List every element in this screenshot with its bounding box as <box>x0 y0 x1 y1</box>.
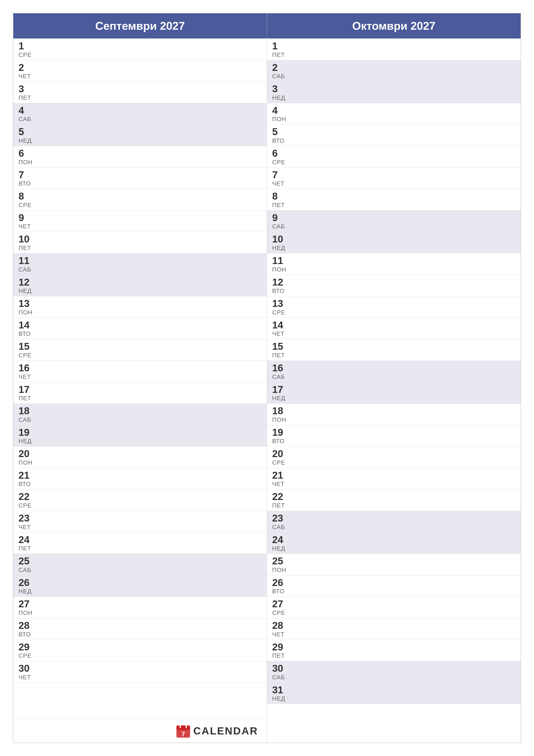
day-row: 31НЕД <box>267 683 521 704</box>
day-name: НЕД <box>272 695 516 702</box>
day-row: 4САБ <box>13 103 267 125</box>
day-number: 26 <box>18 577 262 588</box>
day-number: 24 <box>272 534 516 545</box>
day-name: СРЕ <box>18 652 262 659</box>
day-number: 25 <box>18 555 262 567</box>
day-name: ВТО <box>272 287 516 294</box>
day-row: 22СРЕ <box>13 489 267 511</box>
day-name: САБ <box>18 417 262 423</box>
day-name: ПЕТ <box>272 202 516 209</box>
day-name: СРЕ <box>272 609 516 616</box>
day-name: НЕД <box>18 588 262 595</box>
day-name: САБ <box>272 223 516 230</box>
day-row: 12ВТО <box>267 275 521 297</box>
day-row: 4ПОН <box>267 103 521 125</box>
calendar-icon: 7 <box>176 723 191 738</box>
day-number: 17 <box>18 384 262 395</box>
day-name: ПЕТ <box>272 51 516 58</box>
day-row: 1СРЕ <box>13 39 267 60</box>
day-row: 21ВТО <box>13 468 267 490</box>
day-number: 7 <box>272 169 516 180</box>
day-number: 22 <box>272 491 516 502</box>
day-number: 10 <box>272 233 516 245</box>
day-number: 31 <box>272 685 516 695</box>
day-name: ЧЕТ <box>272 330 516 337</box>
day-number: 20 <box>18 448 262 459</box>
day-row: 17ПЕТ <box>13 382 267 404</box>
day-name: ПЕТ <box>272 652 516 659</box>
day-name: ПЕТ <box>18 94 262 101</box>
day-number: 24 <box>18 534 262 545</box>
day-name: ВТО <box>272 438 516 445</box>
day-name: СРЕ <box>18 202 262 209</box>
day-name: САБ <box>272 373 516 380</box>
day-name: ПОН <box>18 159 262 166</box>
logo-footer: 7 CALENDAR <box>13 719 267 742</box>
day-number: 3 <box>18 83 262 94</box>
svg-text:7: 7 <box>181 730 185 738</box>
day-row: 1ПЕТ <box>267 39 521 60</box>
day-number: 17 <box>272 384 516 395</box>
day-row: 13ПОН <box>13 296 267 318</box>
day-name: НЕД <box>272 545 516 552</box>
day-row: 12НЕД <box>13 275 267 297</box>
day-number: 20 <box>272 448 516 459</box>
day-number: 21 <box>272 470 516 481</box>
day-name: ПОН <box>272 567 516 574</box>
day-number: 8 <box>18 191 262 202</box>
day-name: ПОН <box>272 266 516 273</box>
day-row: 6СРЕ <box>267 146 521 168</box>
logo-area: 7 CALENDAR <box>176 723 258 738</box>
day-number: 11 <box>18 255 262 266</box>
day-name: НЕД <box>272 395 516 402</box>
day-row: 29ПЕТ <box>267 640 521 662</box>
day-name: НЕД <box>272 245 516 252</box>
day-number: 29 <box>18 641 262 653</box>
calendar-grid: Септември 20271СРЕ2ЧЕТ3ПЕТ4САБ5НЕД6ПОН7В… <box>13 13 521 743</box>
day-number: 13 <box>272 298 516 309</box>
day-row: 7ЧЕТ <box>267 168 521 189</box>
day-number: 22 <box>18 491 262 502</box>
day-row: 22ПЕТ <box>267 489 521 511</box>
day-row: 26НЕД <box>13 576 267 597</box>
day-name: САБ <box>18 567 262 574</box>
day-name: ПЕТ <box>272 352 516 359</box>
svg-rect-2 <box>176 728 190 730</box>
day-name: СРЕ <box>272 159 516 166</box>
day-row: 18САБ <box>13 404 267 425</box>
day-name: ПЕТ <box>18 245 262 252</box>
september-column: Септември 20271СРЕ2ЧЕТ3ПЕТ4САБ5НЕД6ПОН7В… <box>13 14 267 742</box>
day-name: ПЕТ <box>18 545 262 552</box>
day-name: НЕД <box>18 287 262 294</box>
day-number: 19 <box>18 427 262 438</box>
day-number: 19 <box>272 427 516 438</box>
day-number: 1 <box>18 40 262 51</box>
day-number: 23 <box>18 513 262 524</box>
day-number: 4 <box>272 105 516 116</box>
day-number: 5 <box>18 126 262 137</box>
day-number: 15 <box>18 341 262 352</box>
day-name: ПОН <box>18 609 262 616</box>
day-row: 23САБ <box>267 511 521 532</box>
day-name: СРЕ <box>18 502 262 509</box>
day-number: 16 <box>18 363 262 373</box>
day-row: 16САБ <box>267 361 521 382</box>
day-row: 14ВТО <box>13 318 267 339</box>
day-name: ЧЕТ <box>18 524 262 530</box>
day-name: ЧЕТ <box>18 373 262 380</box>
day-number: 18 <box>272 405 516 417</box>
day-number: 7 <box>18 169 262 180</box>
day-row: 25САБ <box>13 554 267 576</box>
day-row: 5ВТО <box>267 124 521 146</box>
day-name: ПОН <box>18 459 262 466</box>
day-row: 15ПЕТ <box>267 339 521 361</box>
day-row: 30ЧЕТ <box>13 661 267 683</box>
day-row: 27ПОН <box>13 597 267 618</box>
day-name: САБ <box>18 116 262 122</box>
day-row: 19ВТО <box>267 425 521 447</box>
logo-text: CALENDAR <box>193 725 258 737</box>
day-row: 20ПОН <box>13 446 267 468</box>
day-row: 11САБ <box>13 254 267 275</box>
day-name: ВТО <box>18 631 262 638</box>
day-row: 16ЧЕТ <box>13 361 267 382</box>
